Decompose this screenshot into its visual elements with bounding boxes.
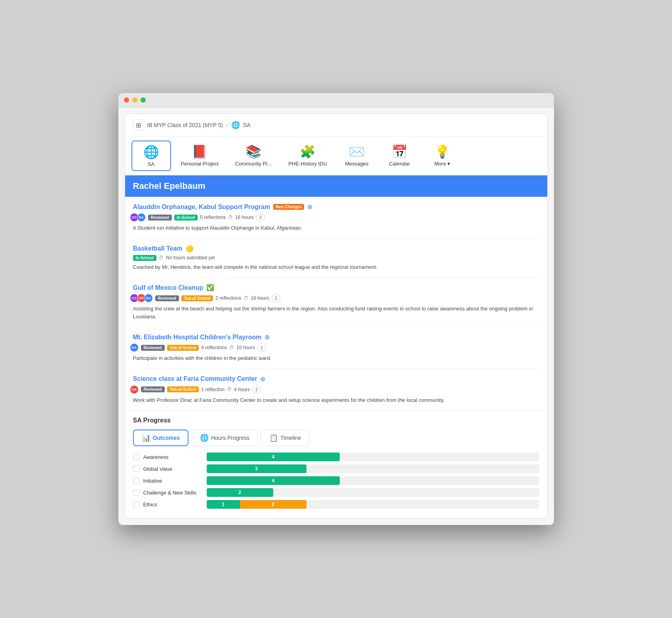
close-button[interactable] <box>124 97 129 103</box>
activity-basketball-desc: Coached by Mr. Hendrick, the team will c… <box>133 263 539 271</box>
personal-project-tab-icon: 📕 <box>192 144 208 159</box>
activity-alauddin-title-row: Alauddin Orphanage, Kabul Support Progra… <box>133 203 539 211</box>
tab-personal-project[interactable]: 📕 Personal Project <box>174 141 225 171</box>
avatar-group-mt: SA <box>131 343 139 352</box>
timeline-tab[interactable]: 📋 Timeline <box>261 430 309 446</box>
outcome-global-value: Global Value 3 <box>133 464 539 473</box>
reviewed-badge-faria: Reviewed <box>141 386 165 392</box>
challenge-label: Challenge & New Skills <box>143 490 203 496</box>
activity-mt-elizabeth: Mt. Elizabeth Hospital Children's Playro… <box>133 327 539 369</box>
activity-faria-meta: CR Reviewed Out-of-School 1 reflection ⏱… <box>133 385 539 394</box>
ethics-bar-segments: 1 2 <box>207 500 539 509</box>
breadcrumb-class[interactable]: IB MYP Class of 2021 (MYP 5) <box>147 122 223 128</box>
activity-faria-title-row: Science class at Faria Community Center … <box>133 375 539 383</box>
comment-count-gulf[interactable]: 2 <box>272 294 280 302</box>
outcome-initiative: Initiative 4 <box>133 476 539 485</box>
challenge-bar-container: 2 <box>207 488 539 497</box>
global-value-label: Global Value <box>143 466 203 472</box>
grid-icon: ⊞ <box>133 120 144 131</box>
avatar-group-faria: CR <box>131 385 139 394</box>
avatar-cr-faria: CR <box>130 385 139 394</box>
tab-community-project[interactable]: 📚 Community Pr... <box>228 141 278 171</box>
avatar-group-gulf: CC CR SA <box>131 294 153 302</box>
activity-faria-title[interactable]: Science class at Faria Community Center <box>133 375 257 382</box>
timeline-tab-label: Timeline <box>280 435 301 441</box>
awareness-checkbox[interactable] <box>133 454 139 460</box>
activity-gulf-title[interactable]: Gulf of Mexico Cleanup <box>133 284 204 291</box>
add-activity-icon-faria[interactable]: ⊕ <box>260 375 265 383</box>
clock-icon-basketball: ⏱ <box>159 255 164 261</box>
tab-sa[interactable]: 🌐 SA <box>131 141 171 171</box>
avatar-group: CC SA <box>131 213 146 222</box>
activity-alauddin-desc: A Student run initiative to support Alau… <box>133 224 539 232</box>
in-school-badge: In-School <box>174 215 198 221</box>
initiative-label: Initiative <box>143 478 203 484</box>
ethics-bar-container: 1 2 <box>207 500 539 509</box>
global-value-bar: 3 <box>207 464 306 473</box>
reflections-count: 5 reflections <box>200 215 226 220</box>
check-icon: ✅ <box>206 284 214 291</box>
activity-mt-title[interactable]: Mt. Elizabeth Hospital Children's Playro… <box>133 334 262 341</box>
ethics-bar-orange: 2 <box>240 500 306 509</box>
hours-tab-label: Hours Progress <box>211 435 249 441</box>
tab-messages[interactable]: ✉️ Messages <box>337 141 377 171</box>
titlebar <box>118 93 554 107</box>
clock-icon-gulf: ⏱ <box>244 295 248 301</box>
sa-tab-label: SA <box>148 161 154 167</box>
activity-mt-desc: Participate in activities with the child… <box>133 354 539 362</box>
activity-faria: Science class at Faria Community Center … <box>133 369 539 411</box>
ethics-bar-green: 1 <box>207 500 240 509</box>
outcomes-tab[interactable]: 📊 Outcomes <box>133 430 188 446</box>
app-window: ⊞ IB MYP Class of 2021 (MYP 5) › 🌐 SA 🌐 … <box>118 93 554 525</box>
breadcrumb: ⊞ IB MYP Class of 2021 (MYP 5) › 🌐 SA <box>125 114 547 137</box>
breadcrumb-globe-icon: 🌐 <box>231 121 240 129</box>
new-changes-badge: New Changes <box>273 204 304 210</box>
hours-mt: 10 hours <box>236 345 255 350</box>
tab-phe-history[interactable]: 🧩 PHE-History IDU <box>282 141 334 171</box>
sa-progress-title: SA Progress <box>133 417 539 424</box>
comment-count[interactable]: 2 <box>256 213 265 222</box>
breadcrumb-separator: › <box>226 122 228 128</box>
community-project-tab-label: Community Pr... <box>235 161 272 167</box>
info-icon[interactable]: 🟡 <box>186 245 194 253</box>
clock-icon-mt: ⏱ <box>229 345 234 350</box>
challenge-checkbox[interactable] <box>133 489 139 496</box>
activity-basketball-title[interactable]: Basketball Team <box>133 245 183 252</box>
clock-icon-faria: ⏱ <box>227 387 232 392</box>
activity-alauddin-title[interactable]: Alauddin Orphanage, Kabul Support Progra… <box>133 203 270 211</box>
avatar-sa-gulf: SA <box>144 294 153 302</box>
initiative-checkbox[interactable] <box>133 477 139 484</box>
global-value-checkbox[interactable] <box>133 466 139 472</box>
tab-more[interactable]: 💡 More ▾ <box>423 141 462 171</box>
ethics-checkbox[interactable] <box>133 501 139 508</box>
challenge-bar: 2 <box>207 488 273 497</box>
reviewed-badge-gulf: Reviewed <box>155 295 179 301</box>
initiative-bar: 4 <box>207 476 340 485</box>
awareness-bar-container: 4 <box>207 453 539 461</box>
calendar-tab-label: Calendar <box>389 161 410 167</box>
phe-history-tab-icon: 🧩 <box>300 144 316 159</box>
activity-alauddin-meta: CC SA Reviewed In-School 5 reflections ⏱… <box>133 213 539 222</box>
outcomes-tab-label: Outcomes <box>153 435 180 441</box>
outcomes-chart: Awareness 4 Global Value 3 <box>133 453 539 509</box>
hours-progress-tab[interactable]: 🌐 Hours Progress <box>192 430 258 446</box>
reviewed-badge-mt: Reviewed <box>141 345 165 351</box>
content-area: ⊞ IB MYP Class of 2021 (MYP 5) › 🌐 SA 🌐 … <box>118 107 554 525</box>
activity-gulf-mexico: Gulf of Mexico Cleanup ✅ CC CR SA Review… <box>133 278 539 327</box>
comment-count-faria[interactable]: 2 <box>252 385 261 394</box>
activity-basketball: Basketball Team 🟡 In-School ⏱ No hours s… <box>133 239 539 278</box>
messages-tab-icon: ✉️ <box>349 144 365 159</box>
add-activity-icon[interactable]: ⊕ <box>307 203 312 211</box>
comment-count-mt[interactable]: 1 <box>257 343 266 352</box>
phe-history-tab-label: PHE-History IDU <box>288 161 327 167</box>
breadcrumb-section[interactable]: SA <box>243 122 251 128</box>
progress-tabs: 📊 Outcomes 🌐 Hours Progress 📋 Timeline <box>133 430 539 446</box>
add-activity-icon-mt[interactable]: ⊕ <box>265 333 270 341</box>
tab-calendar[interactable]: 📅 Calendar <box>380 141 419 171</box>
activity-faria-desc: Work with Professor Dirac at Faria Commu… <box>133 396 539 404</box>
minimize-button[interactable] <box>132 97 137 103</box>
out-school-badge-mt: Out-of-School <box>167 345 199 351</box>
avatar-sa: SA <box>137 213 146 222</box>
maximize-button[interactable] <box>141 97 146 103</box>
activity-basketball-title-row: Basketball Team 🟡 <box>133 245 539 253</box>
